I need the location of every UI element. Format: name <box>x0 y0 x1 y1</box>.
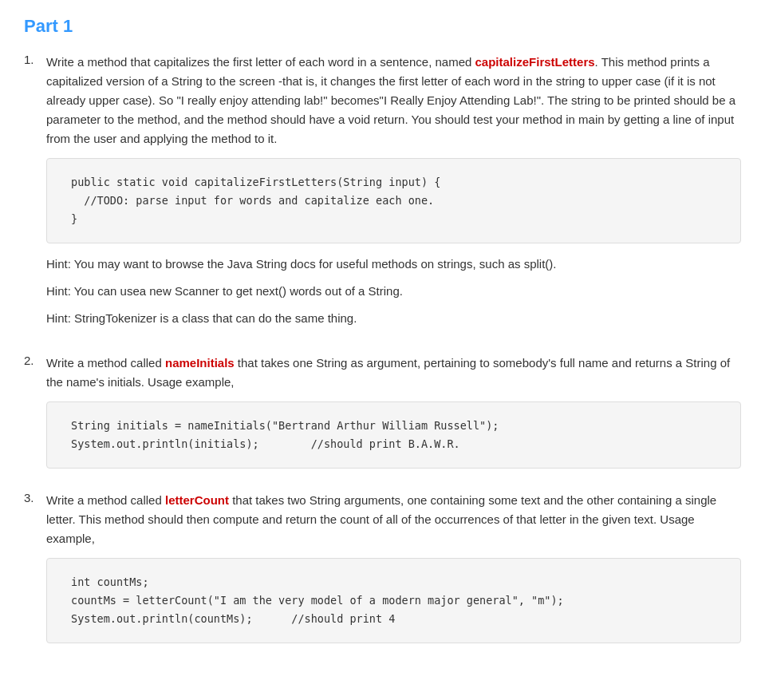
item-3-code: int countMs; countMs = letterCount("I am… <box>46 558 741 643</box>
item-2-code-text: String initials = nameInitials("Bertrand… <box>71 417 716 453</box>
item-2-content: Write a method called nameInitials that … <box>46 354 741 480</box>
item-3-content: Write a method called letterCount that t… <box>46 491 741 655</box>
item-2-text-before: Write a method called <box>46 356 165 370</box>
item-3-number: 3. <box>24 491 46 504</box>
item-3: 3. Write a method called letterCount tha… <box>24 491 741 655</box>
item-1-hint-1: Hint: You may want to browse the Java St… <box>46 255 741 274</box>
item-3-code-text: int countMs; countMs = letterCount("I am… <box>71 573 716 628</box>
item-1-hints: Hint: You may want to browse the Java St… <box>46 255 741 328</box>
item-2: 2. Write a method called nameInitials th… <box>24 354 741 480</box>
item-1-code-text: public static void capitalizeFirstLetter… <box>71 173 716 228</box>
item-2-code: String initials = nameInitials("Bertrand… <box>46 401 741 469</box>
page-title: Part 1 <box>24 16 741 37</box>
item-3-text: Write a method called letterCount that t… <box>46 491 741 548</box>
item-1-hint-3: Hint: StringTokenizer is a class that ca… <box>46 309 741 328</box>
item-3-text-before: Write a method called <box>46 493 165 507</box>
item-2-number: 2. <box>24 354 46 367</box>
item-1-hint-2: Hint: You can usea new Scanner to get ne… <box>46 282 741 301</box>
item-1-number: 1. <box>24 53 46 66</box>
item-3-highlight: letterCount <box>165 493 229 507</box>
item-1-highlight: capitalizeFirstLetters <box>475 55 595 69</box>
item-1-text: Write a method that capitalizes the firs… <box>46 53 741 148</box>
item-1-code: public static void capitalizeFirstLetter… <box>46 158 741 243</box>
item-1-text-before: Write a method that capitalizes the firs… <box>46 55 475 69</box>
item-1-content: Write a method that capitalizes the firs… <box>46 53 741 342</box>
item-2-text: Write a method called nameInitials that … <box>46 354 741 392</box>
item-1: 1. Write a method that capitalizes the f… <box>24 53 741 342</box>
item-2-highlight: nameInitials <box>165 356 235 370</box>
